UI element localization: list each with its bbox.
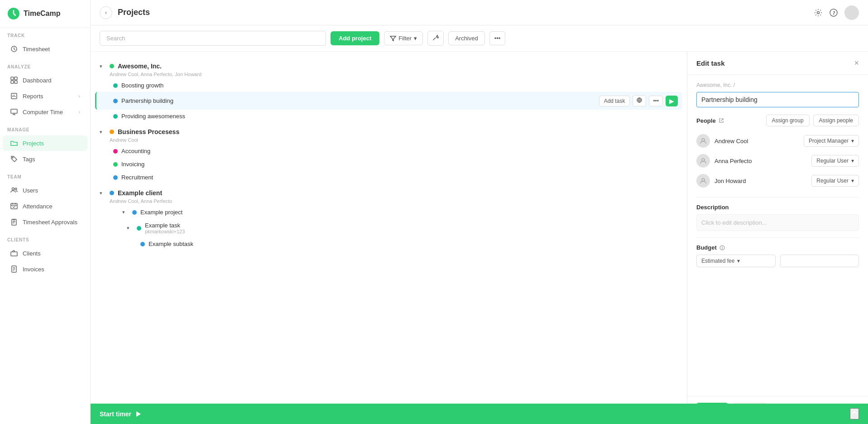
settings-icon [814,8,823,17]
role-dropdown-andrew[interactable]: Project Manager ▾ [804,135,859,147]
role-chevron-jon: ▾ [851,178,854,184]
top-bar-right [814,5,859,20]
team-section: TEAM Users Attendance Timesheet Approval… [0,169,90,232]
divider-1 [696,197,859,198]
divider-2 [696,237,859,238]
svg-rect-11 [11,203,17,209]
close-panel-button[interactable]: × [854,59,859,67]
user-avatar[interactable] [844,5,859,20]
description-section: Description Click to edit description... [696,204,859,231]
task-row-accounting[interactable]: Accounting [95,145,682,158]
sidebar-item-computer-time[interactable]: Computer Time › [3,104,87,120]
task-row-partnership[interactable]: Partnership building Add task ••• ▶ [95,92,682,110]
role-dropdown-anna[interactable]: Regular User ▾ [811,155,859,167]
chevron-up-icon [851,409,858,416]
filter-label: Filter [398,35,412,42]
task-row-example-task[interactable]: ▾ Example task pkmarkowski+123 [95,219,682,237]
timesheet-label: Timesheet [23,46,80,53]
sidebar-item-timesheet[interactable]: Timesheet [3,41,87,57]
description-input[interactable]: Click to edit description... [696,214,859,231]
project-members-example-client: Andrew Cool, Anna Perfecto [95,198,682,204]
task-row-invoicing[interactable]: Invoicing [95,158,682,171]
budget-value-input[interactable] [780,255,859,267]
start-timer-button[interactable]: Start timer [100,410,141,418]
svg-marker-22 [136,411,141,417]
globe-icon [637,97,642,103]
task-row-providing[interactable]: Providing awesomeness [95,110,682,123]
top-bar-left: ‹ Projects [100,6,150,19]
add-task-button-partnership[interactable]: Add task [599,96,630,106]
role-anna: Regular User [816,158,849,164]
computer-time-label: Computer Time [23,109,74,116]
dot-example-client [110,191,114,195]
app-name: TimeCamp [24,10,61,18]
dashboard-label: Dashboard [23,77,80,84]
back-button[interactable]: ‹ [100,6,112,19]
more-options-button[interactable]: ••• [489,31,506,45]
task-row-example-subtask[interactable]: Example subtask [95,237,682,251]
chevron-awesome-inc: ▾ [100,63,106,69]
estimated-fee-dropdown[interactable]: Estimated fee ▾ [696,255,776,267]
manage-section: MANAGE Projects Tags [0,122,90,169]
svg-point-10 [15,188,17,190]
svg-point-8 [12,157,13,158]
clients-section: CLIENTS Clients Invoices [0,232,90,279]
role-dropdown-jon[interactable]: Regular User ▾ [811,175,859,187]
task-name-example-project: Example project [140,209,678,216]
sidebar-item-tags[interactable]: Tags [3,151,87,167]
filter-chevron: ▾ [414,35,417,42]
sidebar-item-clients[interactable]: Clients [3,246,87,261]
dot-providing [113,114,118,119]
person-name-anna: Anna Perfecto [715,158,807,164]
dot-example-task [137,226,141,231]
task-row-recruitment[interactable]: Recruitment [95,171,682,184]
play-icon-bottom [135,411,141,417]
task-more-button-partnership[interactable]: ••• [649,96,663,106]
clients-label: CLIENTS [0,237,90,245]
task-row-example-project[interactable]: ▾ Example project [95,206,682,219]
search-input[interactable] [100,31,326,46]
dot-recruitment [113,175,118,180]
users-icon [10,186,18,194]
help-button[interactable] [829,8,838,17]
track-section: TRACK Timesheet [0,28,90,59]
project-business: ▾ Business Procesess Andrew Cool Account… [95,125,682,184]
avatar-anna [696,154,710,168]
task-title-input[interactable] [696,92,859,107]
avatar-icon-andrew [700,137,707,145]
description-label: Description [696,204,859,211]
project-list: ▾ Awesome, Inc. Andrew Cool, Anna Perfec… [91,52,687,424]
sidebar-item-timesheet-approvals[interactable]: Timesheet Approvals [3,214,87,230]
sidebar-item-projects[interactable]: Projects [3,135,87,151]
archived-button[interactable]: Archived [448,31,485,45]
sidebar-item-reports[interactable]: Reports › [3,88,87,104]
task-play-button-partnership[interactable]: ▶ [666,96,678,106]
project-members-awesome-inc: Andrew Cool, Anna Perfecto, Jon Howard [95,72,682,77]
assign-people-button[interactable]: Assign people [813,115,859,126]
panel-header: Edit task × [687,52,868,75]
sidebar-item-attendance[interactable]: Attendance [3,198,87,214]
sidebar-item-dashboard[interactable]: Dashboard [3,72,87,88]
sidebar-item-invoices[interactable]: Invoices [3,261,87,277]
task-row-boosting[interactable]: Boosting growth [95,79,682,92]
wrench-button[interactable] [427,31,444,46]
add-project-button[interactable]: Add project [331,31,379,45]
expand-bottom-button[interactable] [850,408,859,419]
main-content: ‹ Projects Add project Filter ▾ Archived… [91,0,868,424]
briefcase-icon [10,249,18,257]
avatar-icon-jon [700,177,707,184]
filter-button[interactable]: Filter ▾ [384,31,423,45]
attendance-label: Attendance [23,203,80,210]
reports-label: Reports [23,93,74,100]
task-name-example-subtask: Example subtask [149,241,678,247]
top-bar: ‹ Projects [91,0,868,25]
budget-controls: Estimated fee ▾ [696,255,859,267]
sidebar-item-users[interactable]: Users [3,183,87,198]
task-icon-button-partnership[interactable] [633,95,646,106]
project-name-awesome-inc: Awesome, Inc. [118,63,162,70]
person-row-andrew: Andrew Cool Project Manager ▾ [696,131,859,151]
info-icon [719,245,725,251]
projects-label: Projects [23,140,80,147]
assign-group-button[interactable]: Assign group [766,115,810,126]
settings-button[interactable] [814,8,823,17]
